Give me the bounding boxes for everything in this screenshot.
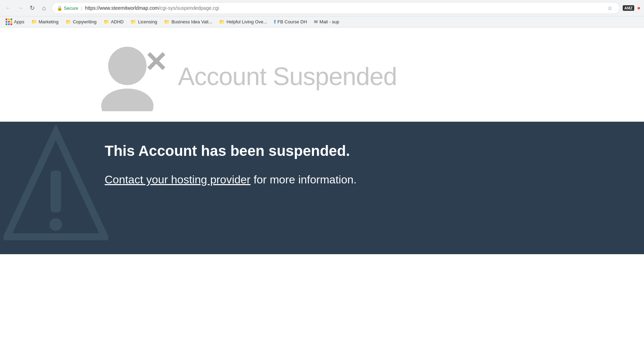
svg-point-4 <box>50 218 62 231</box>
home-button[interactable]: ⌂ <box>39 3 49 13</box>
suspended-title: This Account has been suspended. <box>105 143 644 159</box>
bookmark-marketing-label: Marketing <box>39 19 59 24</box>
bookmark-helpful-living[interactable]: 📁 Helpful Living Ove... <box>216 18 270 25</box>
contact-rest-text: for more information. <box>250 173 357 186</box>
bookmark-apps[interactable]: Apps <box>3 17 27 26</box>
contact-text: Contact your hosting provider for more i… <box>105 173 644 186</box>
bookmark-copywriting[interactable]: 📁 Copywriting <box>63 18 99 25</box>
bookmark-business-idea[interactable]: 📁 Business Idea Vali... <box>161 18 215 25</box>
amz-badge: AMZ <box>623 5 635 11</box>
reload-button[interactable]: ↻ <box>27 3 37 13</box>
warning-triangle-background <box>0 122 112 254</box>
bookmark-mail-label: Mail - sup <box>320 19 339 24</box>
fb-favicon: f <box>274 19 276 25</box>
warning-triangle-icon <box>3 125 108 251</box>
bookmark-helpful-living-label: Helpful Living Ove... <box>226 19 267 24</box>
svg-rect-3 <box>51 170 61 212</box>
folder-icon: 📁 <box>31 19 37 24</box>
folder-icon: 📁 <box>130 19 136 24</box>
back-button[interactable]: ← <box>3 3 13 13</box>
folder-icon: 📁 <box>219 19 225 24</box>
svg-point-1 <box>101 89 153 111</box>
url-text: https://www.steemitworldmap.com/cgi-sys/… <box>85 5 602 11</box>
url-path: /cgi-sys/suspendedpage.cgi <box>159 5 219 11</box>
bookmark-adhd-label: ADHD <box>111 19 124 24</box>
bookmark-fb-course[interactable]: f FB Course DH <box>271 18 310 26</box>
apps-icon <box>6 18 12 25</box>
secure-label: Secure <box>64 6 78 11</box>
lock-icon: 🔒 <box>57 6 62 11</box>
contact-hosting-provider-link[interactable]: Contact your hosting provider <box>105 173 250 186</box>
folder-icon: 📁 <box>66 19 71 24</box>
bookmark-business-idea-label: Business Idea Vali... <box>171 19 212 24</box>
bookmark-marketing[interactable]: 📁 Marketing <box>29 18 61 25</box>
account-suspended-heading: Account Suspended <box>178 62 397 91</box>
bookmark-star-button[interactable]: ☆ <box>605 3 615 13</box>
nav-buttons: ← → ↻ ⌂ <box>3 3 49 13</box>
bookmark-licensing-label: Licensing <box>138 19 157 24</box>
folder-icon: 📁 <box>104 19 109 24</box>
url-divider: | <box>81 6 82 11</box>
notification-dot: ● <box>637 5 641 11</box>
folder-icon: 📁 <box>164 19 170 24</box>
bookmark-adhd[interactable]: 📁 ADHD <box>101 18 127 25</box>
bookmark-fb-course-label: FB Course DH <box>277 19 307 24</box>
svg-point-0 <box>108 47 147 85</box>
header-section: ✕ Account Suspended <box>0 28 644 122</box>
page-content: ✕ Account Suspended This Account has bee… <box>0 28 644 341</box>
dark-section: This Account has been suspended. Contact… <box>0 122 644 254</box>
profile-area: AMZ ● <box>623 5 641 11</box>
url-domain: https://www.steemitworldmap.com <box>85 5 159 11</box>
forward-button[interactable]: → <box>15 3 25 13</box>
x-mark-icon: ✕ <box>144 48 167 76</box>
browser-chrome: ← → ↻ ⌂ 🔒 Secure | https://www.steemitwo… <box>0 0 644 28</box>
bookmarks-bar: Apps 📁 Marketing 📁 Copywriting 📁 ADHD 📁 … <box>0 16 644 27</box>
user-avatar-container: ✕ <box>98 41 167 111</box>
bookmark-mail[interactable]: ✉ Mail - sup <box>311 18 342 25</box>
bookmark-licensing[interactable]: 📁 Licensing <box>128 18 160 25</box>
address-bar[interactable]: 🔒 Secure | https://www.steemitworldmap.c… <box>52 2 620 14</box>
browser-toolbar: ← → ↻ ⌂ 🔒 Secure | https://www.steemitwo… <box>0 0 644 16</box>
bookmark-copywriting-label: Copywriting <box>73 19 97 24</box>
secure-badge: 🔒 Secure <box>57 6 78 11</box>
suspended-content: This Account has been suspended. Contact… <box>105 143 644 186</box>
mail-favicon: ✉ <box>314 19 318 24</box>
bookmark-apps-label: Apps <box>14 19 24 24</box>
